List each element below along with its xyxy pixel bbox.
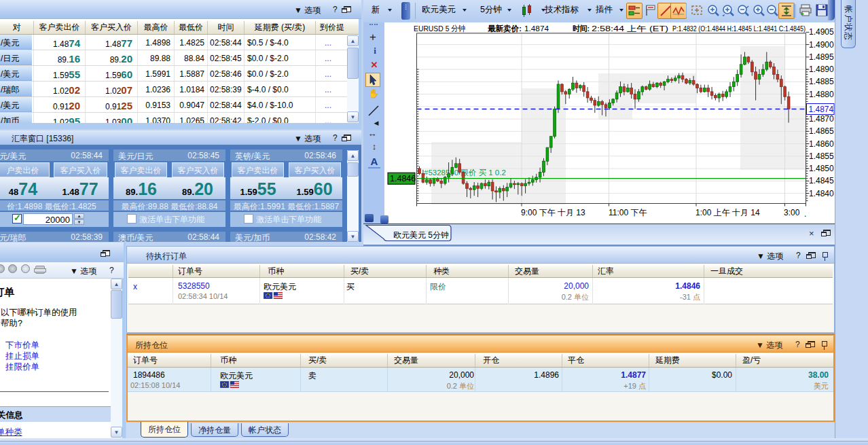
svg-text:1.4850: 1.4850 [809, 164, 834, 173]
svg-text:.: . [804, 209, 806, 219]
svg-text:1.4846: 1.4846 [390, 174, 416, 183]
svg-text:EURUSD 5 分钟: EURUSD 5 分钟 [414, 24, 465, 33]
svg-text:1.4885: 1.4885 [809, 77, 834, 86]
svg-text:2:58:44 上午 (ET): 2:58:44 上午 (ET) [592, 24, 668, 33]
svg-text:最新卖价:: 最新卖价: [488, 24, 522, 33]
svg-text:1.4900: 1.4900 [809, 40, 834, 50]
svg-text:1.4845: 1.4845 [809, 176, 834, 185]
svg-text:1.4840: 1.4840 [809, 189, 834, 198]
svg-text:11:00 下午: 11:00 下午 [609, 208, 647, 217]
svg-text:9:00 下午 十月 13: 9:00 下午 十月 13 [521, 208, 585, 217]
svg-text:P:1.4832 (O:1.4844 H:1.4845 L:: P:1.4832 (O:1.4844 H:1.4845 L:1.4841 C:1… [672, 24, 806, 33]
svg-text:1.4905: 1.4905 [809, 27, 834, 37]
svg-text:1.4870: 1.4870 [809, 114, 834, 124]
svg-text:1.4874: 1.4874 [524, 24, 549, 33]
svg-text:时间:: 时间: [573, 24, 590, 33]
svg-text:1.4874: 1.4874 [809, 105, 834, 114]
svg-text:3:00: 3:00 [784, 208, 800, 217]
svg-text:1.4865: 1.4865 [809, 126, 834, 136]
svg-text:1.4860: 1.4860 [809, 139, 834, 149]
svg-text:1:00 上午 十月 14: 1:00 上午 十月 14 [695, 208, 760, 217]
svg-text:1.4890: 1.4890 [809, 65, 834, 74]
svg-text:1.4880: 1.4880 [809, 90, 834, 99]
svg-text:1.4855: 1.4855 [809, 152, 834, 161]
svg-text:#5328550 限价 买 1 0.2: #5328550 限价 买 1 0.2 [424, 168, 506, 177]
svg-text:1.4895: 1.4895 [809, 52, 834, 62]
